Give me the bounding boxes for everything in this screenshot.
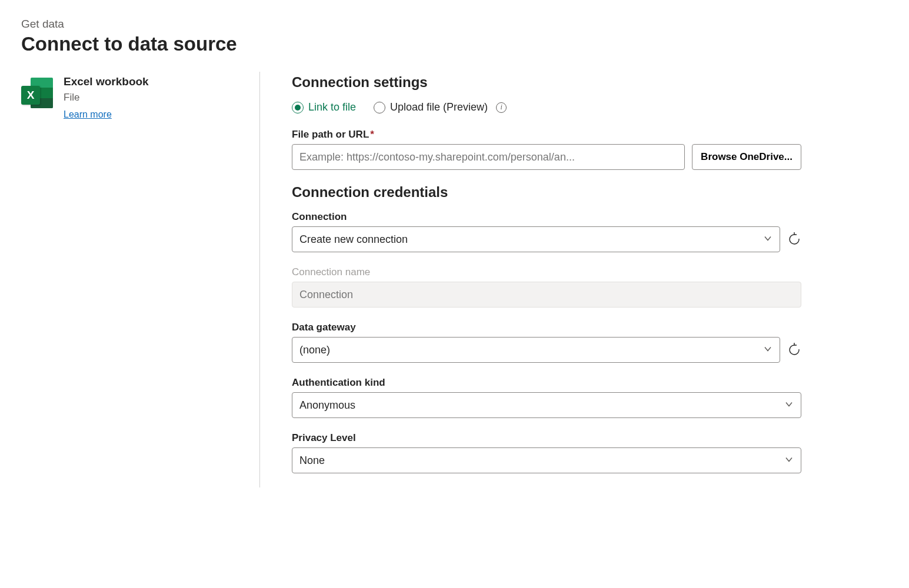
- privacy-level-select[interactable]: None: [292, 447, 801, 473]
- privacy-level-label: Privacy Level: [292, 432, 801, 444]
- file-path-label: File path or URL*: [292, 129, 801, 141]
- auth-kind-select[interactable]: Anonymous: [292, 392, 801, 418]
- data-gateway-label: Data gateway: [292, 322, 801, 333]
- chevron-down-icon: [785, 455, 793, 467]
- data-gateway-select[interactable]: (none): [292, 337, 780, 363]
- breadcrumb: Get data: [21, 18, 888, 31]
- browse-onedrive-button[interactable]: Browse OneDrive...: [692, 144, 801, 170]
- radio-link-to-file[interactable]: Link to file: [292, 101, 356, 113]
- radio-link-label: Link to file: [308, 101, 356, 113]
- refresh-gateway-icon[interactable]: [787, 343, 801, 357]
- connector-subtitle: File: [64, 92, 149, 103]
- page-title: Connect to data source: [21, 33, 888, 55]
- connection-label: Connection: [292, 211, 801, 223]
- connection-credentials-heading: Connection credentials: [292, 184, 801, 201]
- auth-kind-label: Authentication kind: [292, 377, 801, 389]
- connection-name-input: [292, 282, 801, 308]
- radio-upload-label: Upload file (Preview): [390, 101, 488, 113]
- connector-title: Excel workbook: [64, 75, 149, 88]
- radio-upload-file[interactable]: Upload file (Preview) i: [374, 101, 507, 113]
- learn-more-link[interactable]: Learn more: [64, 109, 112, 119]
- chevron-down-icon: [764, 344, 772, 356]
- excel-icon: X: [21, 78, 53, 109]
- connection-name-label: Connection name: [292, 266, 801, 278]
- connection-select[interactable]: Create new connection: [292, 226, 780, 252]
- chevron-down-icon: [785, 399, 793, 412]
- connector-panel: X Excel workbook File Learn more: [21, 72, 260, 487]
- file-path-input[interactable]: [292, 144, 685, 170]
- info-icon[interactable]: i: [496, 102, 507, 113]
- refresh-connection-icon[interactable]: [787, 232, 801, 246]
- connection-settings-heading: Connection settings: [292, 74, 801, 91]
- chevron-down-icon: [764, 233, 772, 246]
